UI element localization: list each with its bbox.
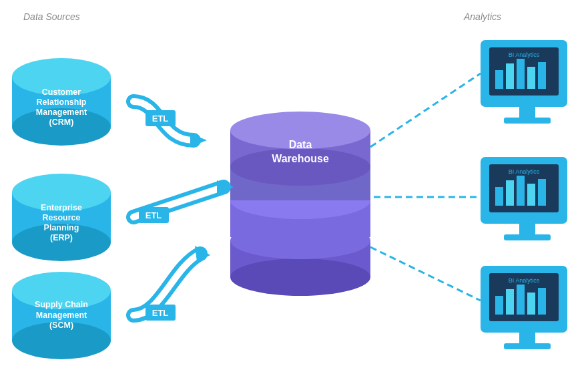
erp-label-2: Resource <box>43 213 81 222</box>
monitor3-bar1 <box>495 296 503 315</box>
monitor2-bar5 <box>538 179 546 206</box>
monitor2-bar1 <box>495 187 503 206</box>
dw-layer-4-bottom <box>230 258 370 296</box>
monitor3-bar3 <box>517 285 525 315</box>
monitor1-bar4 <box>527 67 535 89</box>
monitor3-base <box>504 343 551 349</box>
scm-label-2: Management <box>36 311 87 320</box>
scm-label-3: (SCM) <box>49 321 73 330</box>
monitor1-text1: BI Analytics <box>509 51 540 58</box>
monitor1-stand <box>519 107 535 118</box>
etl3-label-text: ETL <box>152 308 169 318</box>
dw-label-1: Data <box>289 139 312 150</box>
crm-label-3: Management <box>36 108 87 117</box>
crm-label-2: Relationship <box>36 98 86 107</box>
crm-label-1: Customer <box>42 87 81 97</box>
monitor1-bar1 <box>495 70 503 89</box>
monitor1-base <box>504 118 551 124</box>
monitor2-bar3 <box>517 176 525 206</box>
erp-label-1: Enterprise <box>41 203 82 212</box>
crm-label-4: (CRM) <box>49 118 74 127</box>
diagram-container: Data Sources Analytics Customer Relation… <box>0 0 588 378</box>
dw-label-2: Warehouse <box>272 153 329 164</box>
left-section-label: Data Sources <box>23 11 80 22</box>
monitor2-base <box>504 234 551 240</box>
monitor3-bar2 <box>506 289 514 315</box>
monitor2-stand <box>519 224 535 234</box>
monitor3-stand <box>519 333 535 343</box>
monitor2-bar2 <box>506 180 514 206</box>
scm-label-1: Supply Chain <box>35 300 88 309</box>
monitor1-bar5 <box>538 62 546 89</box>
diagram-svg: Data Sources Analytics Customer Relation… <box>0 0 588 378</box>
monitor2-bar4 <box>527 184 535 206</box>
right-section-label: Analytics <box>463 11 501 22</box>
monitor1-bar2 <box>506 63 514 89</box>
monitor1-bar3 <box>517 59 525 89</box>
erp-label-4: (ERP) <box>50 233 73 242</box>
etl1-label-text: ETL <box>152 114 169 124</box>
monitor2-text1: BI Analytics <box>509 168 540 175</box>
monitor3-bar4 <box>527 293 535 315</box>
dw-to-monitor1-line <box>370 73 481 147</box>
etl2-label-text: ETL <box>145 210 162 220</box>
monitor3-bar5 <box>538 288 546 315</box>
dw-to-monitor3-line <box>370 247 481 301</box>
erp-label-3: Planning <box>44 223 79 232</box>
monitor3-text1: BI Analytics <box>509 277 540 284</box>
